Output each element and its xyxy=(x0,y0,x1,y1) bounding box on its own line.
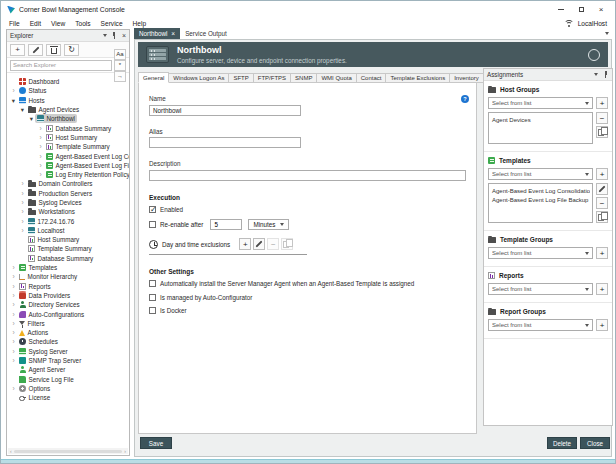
tree-item[interactable]: ›Workstations xyxy=(7,207,129,216)
tree-item[interactable]: Host Summary xyxy=(7,235,129,244)
tree-item[interactable]: ›Host Summary xyxy=(7,133,129,142)
remove-button[interactable]: − xyxy=(596,112,608,124)
tree-item[interactable]: ▾Agent Devices xyxy=(7,105,129,114)
add-button[interactable]: + xyxy=(596,283,608,295)
expander-icon[interactable]: › xyxy=(19,180,26,187)
expander-icon[interactable]: › xyxy=(10,348,17,355)
save-button[interactable]: Save xyxy=(140,437,172,449)
tree-item[interactable]: ▾Northbowl xyxy=(7,114,129,123)
copy-button[interactable] xyxy=(281,238,293,250)
assignment-list-item[interactable]: Agent-Based Event Log File Backup xyxy=(491,195,590,204)
tree-item[interactable]: ›Syslog Devices xyxy=(7,198,129,207)
chevron-down-icon[interactable] xyxy=(103,34,107,37)
tree-item[interactable]: ›Localhost xyxy=(7,226,129,235)
checkbox-row[interactable]: Is Docker xyxy=(149,307,466,314)
menu-item-view[interactable]: View xyxy=(51,20,65,27)
menu-item-tools[interactable]: Tools xyxy=(75,20,90,27)
edit-button[interactable] xyxy=(28,44,43,56)
chevron-down-icon[interactable] xyxy=(594,73,598,76)
expander-icon[interactable]: › xyxy=(10,357,17,364)
search-input[interactable] xyxy=(10,60,112,71)
tree-item[interactable]: ›Template Summary xyxy=(7,142,129,151)
form-tab-ftp-ftps[interactable]: FTP/FTPS xyxy=(254,73,291,83)
tree-item[interactable]: ›Database Summary xyxy=(7,123,129,132)
maximize-button[interactable] xyxy=(577,6,585,14)
menu-item-help[interactable]: Help xyxy=(133,20,147,27)
select-from-list-dropdown[interactable]: Select from list xyxy=(488,168,593,180)
tab-list-chevron-icon[interactable] xyxy=(605,32,609,35)
expander-icon[interactable]: › xyxy=(10,385,17,392)
tree-item[interactable]: ›Agent-Based Event Log Consolidation xyxy=(7,151,129,160)
tree-item[interactable]: ›Reports xyxy=(7,282,129,291)
doc-tab-northbowl[interactable]: Northbowl× xyxy=(134,28,180,39)
reenable-checkbox[interactable] xyxy=(149,221,156,228)
add-button[interactable]: + xyxy=(596,168,608,180)
expander-icon[interactable]: › xyxy=(10,301,17,308)
close-button[interactable]: × xyxy=(597,6,605,14)
tree-item[interactable]: ›Agent-Based Event Log File Backup xyxy=(7,161,129,170)
expander-icon[interactable]: › xyxy=(10,311,17,318)
copy-button[interactable] xyxy=(596,126,608,138)
reenable-unit-select[interactable]: Minutes xyxy=(248,219,289,230)
expander-icon[interactable]: › xyxy=(19,208,26,215)
expander-icon[interactable]: › xyxy=(10,292,17,299)
expander-icon[interactable]: ▾ xyxy=(19,106,26,113)
expander-icon[interactable]: › xyxy=(19,218,26,225)
edit-button[interactable] xyxy=(596,183,608,195)
tree-item[interactable]: ›Syslog Server xyxy=(7,347,129,356)
checkbox[interactable] xyxy=(149,307,156,314)
tree-item[interactable]: Template Summary xyxy=(7,244,129,253)
expander-icon[interactable]: › xyxy=(37,125,44,132)
assignment-list-item[interactable]: Agent-Based Event Log Consolidation xyxy=(491,186,590,195)
tree-item[interactable]: ›Options xyxy=(7,384,129,393)
tree-item[interactable]: ›Monitor Hierarchy xyxy=(7,272,129,281)
expander-icon[interactable]: › xyxy=(19,199,26,206)
assignment-list[interactable]: Agent-Based Event Log ConsolidationAgent… xyxy=(488,183,593,223)
form-tab-contact[interactable]: Contact xyxy=(357,73,387,83)
expander-icon[interactable]: › xyxy=(10,320,17,327)
checkbox[interactable] xyxy=(149,280,156,287)
tree-item[interactable]: ▾Hosts xyxy=(7,96,129,105)
tree-item[interactable]: ›Production Servers xyxy=(7,189,129,198)
minimize-button[interactable] xyxy=(557,6,565,14)
copy-button[interactable] xyxy=(596,211,608,223)
expander-icon[interactable]: › xyxy=(19,190,26,197)
expander-icon[interactable]: › xyxy=(37,153,44,160)
tree-item[interactable]: ›Directory Services xyxy=(7,300,129,309)
tab-close-icon[interactable]: × xyxy=(171,31,175,37)
assignment-list-item[interactable]: Agent Devices xyxy=(491,115,590,124)
enabled-checkbox-row[interactable]: Enabled xyxy=(149,206,466,213)
delete-button[interactable] xyxy=(46,44,61,56)
name-field[interactable] xyxy=(149,105,301,116)
info-icon[interactable]: ? xyxy=(461,95,469,103)
match-case-button[interactable]: Aa xyxy=(114,49,126,60)
assignment-list[interactable]: Agent Devices xyxy=(488,112,593,144)
description-field[interactable] xyxy=(149,170,466,181)
tree-item[interactable]: License xyxy=(7,393,129,402)
doc-tab-service-output[interactable]: Service Output xyxy=(180,28,232,39)
form-tab-template-exclusions[interactable]: Template Exclusions xyxy=(386,73,450,83)
tree-item[interactable]: ›Data Providers xyxy=(7,291,129,300)
select-from-list-dropdown[interactable]: Select from list xyxy=(488,283,593,295)
tree-item[interactable]: ›172.24.16.76 xyxy=(7,216,129,225)
select-from-list-dropdown[interactable]: Select from list xyxy=(488,319,593,331)
tree-item[interactable]: ›Domain Controllers xyxy=(7,179,129,188)
delete-button[interactable]: Delete xyxy=(547,437,577,449)
form-tab-general[interactable]: General xyxy=(138,72,169,83)
checkbox[interactable] xyxy=(149,294,156,301)
form-tab-wmi-quota[interactable]: WMI Quota xyxy=(317,73,356,83)
add-button[interactable]: + xyxy=(596,319,608,331)
refresh-button[interactable]: ↻ xyxy=(64,44,79,56)
tree-item[interactable]: ›SNMP Trap Server xyxy=(7,356,129,365)
expander-icon[interactable]: › xyxy=(37,134,44,141)
tree-item[interactable]: ›Status xyxy=(7,86,129,95)
form-tab-windows-logon-as[interactable]: Windows Logon As xyxy=(169,73,229,83)
explorer-horizontal-scrollbar[interactable]: ‹› xyxy=(8,448,128,454)
wildcard-button[interactable]: * xyxy=(114,60,126,71)
reenable-value-field[interactable] xyxy=(210,219,242,230)
remove-button[interactable]: − xyxy=(596,197,608,209)
tree-item[interactable]: ›Schedules xyxy=(7,337,129,346)
explorer-close-icon[interactable]: × xyxy=(122,32,126,39)
tree-item[interactable]: ›Templates xyxy=(7,263,129,272)
expander-icon[interactable]: › xyxy=(37,143,44,150)
